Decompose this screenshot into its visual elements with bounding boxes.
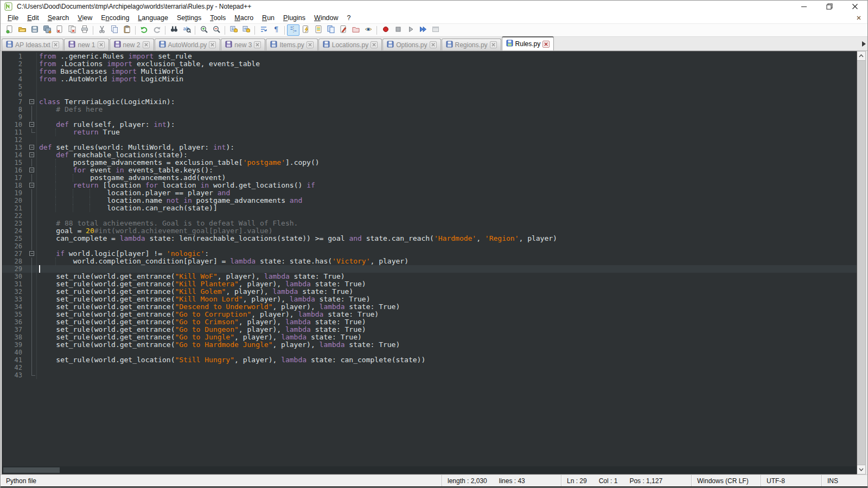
- tab-new-2[interactable]: new 2: [110, 38, 154, 50]
- undo-button[interactable]: [138, 24, 150, 36]
- code-line[interactable]: 39 set_rule(world.get_entrance("Go to Ha…: [2, 341, 857, 349]
- tab-rules-py[interactable]: Rules.py: [502, 36, 554, 50]
- folder-workspace-button[interactable]: [349, 24, 362, 36]
- tab-regions-py[interactable]: Regions.py: [442, 38, 501, 50]
- code-line[interactable]: 40: [2, 349, 857, 356]
- code-line[interactable]: 22: [2, 212, 857, 220]
- code-line[interactable]: 32 set_rule(world.get_entrance("Kill Gol…: [2, 288, 857, 296]
- code-area[interactable]: 1from ..generic.Rules import set_rule2fr…: [2, 52, 857, 466]
- tab-close-icon[interactable]: [143, 41, 150, 48]
- tab-close-icon[interactable]: [254, 41, 261, 48]
- code-line[interactable]: 28 world.completion_condition[player] = …: [2, 258, 857, 265]
- fold-collapse-icon[interactable]: [29, 122, 34, 127]
- editor[interactable]: 1from ..generic.Rules import set_rule2fr…: [2, 51, 857, 474]
- code-line[interactable]: 16 for event in events_table.keys():: [2, 166, 857, 174]
- fold-margin[interactable]: [27, 121, 37, 129]
- find-button[interactable]: [168, 24, 180, 36]
- code-line[interactable]: 1from ..generic.Rules import set_rule: [2, 53, 857, 60]
- code-line[interactable]: 9: [2, 113, 857, 121]
- code-line[interactable]: 36 set_rule(world.get_entrance("Go to Cr…: [2, 318, 857, 326]
- vertical-scrollbar[interactable]: [857, 51, 866, 474]
- menu-tools[interactable]: Tools: [206, 13, 230, 23]
- tab-close-icon[interactable]: [371, 41, 378, 48]
- doc-switcher-button[interactable]: [324, 24, 337, 36]
- menu-file[interactable]: File: [3, 13, 23, 23]
- show-symbols-button[interactable]: ¶: [270, 24, 282, 36]
- fold-margin[interactable]: [27, 250, 37, 258]
- code-line[interactable]: 31 set_rule(world.get_entrance("Kill Pla…: [2, 280, 857, 288]
- code-line[interactable]: 10 def rule(self, player: int):: [2, 121, 857, 129]
- macro-run-multiple-button[interactable]: [417, 24, 429, 36]
- macro-play-button[interactable]: [404, 24, 417, 36]
- tab-close-icon[interactable]: [430, 41, 437, 48]
- code-line[interactable]: 6: [2, 91, 857, 98]
- tab-autoworld-py[interactable]: AutoWorld.py: [155, 38, 221, 50]
- code-line[interactable]: 12: [2, 136, 857, 144]
- minimize-button[interactable]: [791, 1, 816, 12]
- code-line[interactable]: 15 postgame_advancements = exclusion_tab…: [2, 159, 857, 166]
- code-line[interactable]: 7class TerrariaLogic(LogicMixin):: [2, 98, 857, 106]
- tab-close-icon[interactable]: [542, 41, 550, 48]
- tab-close-icon[interactable]: [307, 41, 314, 48]
- fold-margin[interactable]: [27, 151, 37, 159]
- menu-view[interactable]: View: [73, 13, 97, 23]
- word-wrap-button[interactable]: [257, 24, 270, 36]
- zoom-in-button[interactable]: [197, 24, 210, 36]
- code-line[interactable]: 4from ..AutoWorld import LogicMixin: [2, 75, 857, 83]
- tab-ap-ideas-txt[interactable]: AP Ideas.txt: [2, 38, 63, 50]
- code-line[interactable]: 26: [2, 242, 857, 250]
- document-close-icon[interactable]: [854, 14, 863, 22]
- macro-save-button[interactable]: [429, 24, 442, 36]
- scroll-up-button[interactable]: [857, 52, 865, 60]
- new-file-button[interactable]: [3, 24, 16, 36]
- fold-margin[interactable]: [27, 166, 37, 174]
- sync-horizontal-button[interactable]: [240, 24, 252, 36]
- open-button[interactable]: [16, 24, 28, 36]
- function-list-button[interactable]: [299, 24, 312, 36]
- tab-new-3[interactable]: new 3: [221, 38, 265, 50]
- code-line[interactable]: 24 goal = 20#int(world.achievement_goal[…: [2, 227, 857, 235]
- tab-close-icon[interactable]: [209, 41, 216, 48]
- tab-close-icon[interactable]: [98, 41, 105, 48]
- code-line[interactable]: 23 # 88 total achievements. Goal is to d…: [2, 220, 857, 227]
- tab-close-icon[interactable]: [52, 41, 59, 48]
- doc-map-button[interactable]: [312, 24, 324, 36]
- redo-button[interactable]: [150, 24, 163, 36]
- code-line[interactable]: 5: [2, 83, 857, 91]
- tab-locations-py[interactable]: Locations.py: [318, 38, 382, 50]
- fold-margin[interactable]: [27, 98, 37, 106]
- menu-window[interactable]: Window: [310, 13, 342, 23]
- fold-collapse-icon[interactable]: [29, 152, 34, 157]
- menu-edit[interactable]: Edit: [23, 13, 43, 23]
- code-line[interactable]: 2from .Locations import exclusion_table,…: [2, 60, 857, 68]
- vertical-scrollbar-thumb[interactable]: [857, 60, 865, 465]
- fold-collapse-icon[interactable]: [29, 145, 34, 150]
- code-line[interactable]: 37 set_rule(world.get_entrance("Go to Du…: [2, 326, 857, 333]
- code-line[interactable]: 35 set_rule(world.get_entrance("Go to Co…: [2, 311, 857, 318]
- fold-collapse-icon[interactable]: [29, 99, 34, 104]
- code-line[interactable]: 18 return [location for location in worl…: [2, 182, 857, 189]
- cut-button[interactable]: [95, 24, 108, 36]
- tab-scroll-right-icon[interactable]: [862, 41, 866, 47]
- close-button[interactable]: [53, 24, 66, 36]
- horizontal-scrollbar[interactable]: [2, 466, 857, 474]
- menu-language[interactable]: Language: [133, 13, 173, 23]
- save-all-button[interactable]: [41, 24, 53, 36]
- code-line[interactable]: 17 postgame_advancements.add(event): [2, 174, 857, 182]
- macro-record-button[interactable]: [379, 24, 392, 36]
- menu-search[interactable]: Search: [43, 13, 74, 23]
- code-line[interactable]: 30 set_rule(world.get_entrance("Kill WoF…: [2, 273, 857, 280]
- tab-items-py[interactable]: Items.py: [266, 38, 317, 50]
- fold-margin[interactable]: [27, 144, 37, 151]
- menu-encoding[interactable]: Encoding: [97, 13, 133, 23]
- close-button[interactable]: [842, 1, 867, 12]
- menu-run[interactable]: Run: [258, 13, 279, 23]
- code-line[interactable]: 38 set_rule(world.get_entrance("Go to Ju…: [2, 333, 857, 341]
- code-line[interactable]: 11 return True: [2, 129, 857, 136]
- copy-button[interactable]: [108, 24, 120, 36]
- paste-button[interactable]: [120, 24, 133, 36]
- edit-pen-button[interactable]: [337, 24, 349, 36]
- code-line[interactable]: 3from BaseClasses import MultiWorld: [2, 68, 857, 75]
- fold-collapse-icon[interactable]: [29, 183, 34, 188]
- print-button[interactable]: [78, 24, 91, 36]
